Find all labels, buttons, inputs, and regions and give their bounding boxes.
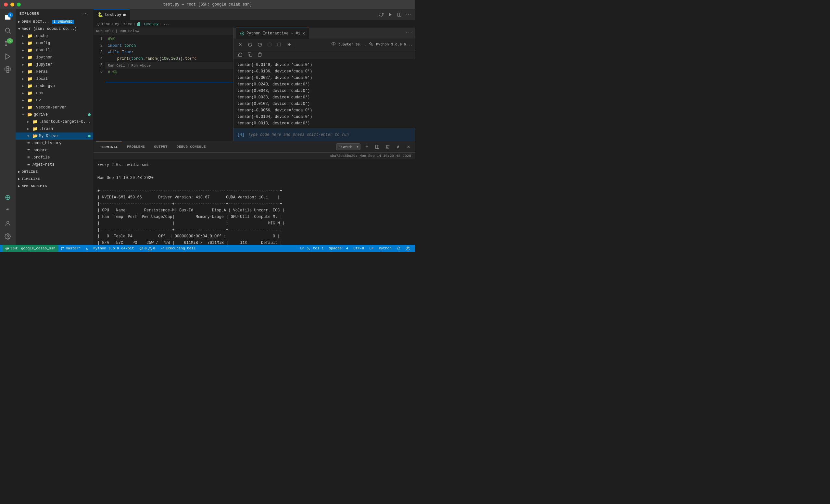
sync-changes-status[interactable]: ↻: [84, 245, 91, 252]
sidebar-item-vscode-server[interactable]: ▶ 📁 .vscode-server: [15, 104, 93, 111]
sidebar-item-local[interactable]: ▶ 📁 .local: [15, 75, 93, 83]
code-lines[interactable]: 1 2 3 4 5 6 #%% import torch while True:…: [94, 35, 233, 141]
timeline-section[interactable]: ▶ TIMELINE: [15, 176, 93, 183]
sidebar-item-wget-hsts[interactable]: ▶ ≡ .wget-hsts: [15, 161, 93, 168]
sidebar-item-keras[interactable]: ▶ 📁 .keras: [15, 68, 93, 75]
sidebar-item-gdrive[interactable]: ▼ 📂 gdrive: [15, 111, 93, 118]
tab-terminal[interactable]: TERMINAL: [96, 141, 122, 153]
run-cell-label[interactable]: Run Cell | Run Below: [96, 29, 139, 33]
ssh-status[interactable]: SSH: google_colab_ssh: [3, 245, 58, 252]
npm-scripts-section[interactable]: ▶ NPM SCRIPTS: [15, 183, 93, 190]
close-panel-icon[interactable]: ✕: [405, 143, 412, 151]
breadcrumb-ellipsis[interactable]: ...: [163, 22, 170, 26]
python-interpreter-status[interactable]: Python 3.6.9 64-bit: [91, 245, 136, 252]
sync-changes-icon[interactable]: [377, 11, 385, 19]
term-line-1: Every 2.0s: nvidia-smi: [97, 162, 411, 168]
maximize-panel-icon[interactable]: ∧: [394, 143, 402, 151]
run-cell-bar-bottom[interactable]: Run Cell | Run Above: [105, 62, 233, 69]
docker-icon[interactable]: [2, 204, 13, 216]
term-line-10: | 0 Tesla P4 Off | 00000000:00:04.0 Off …: [97, 233, 411, 240]
sidebar-more-icon[interactable]: ···: [82, 12, 89, 15]
root-folder[interactable]: ▼ ROOT [SSH: GOOGLE_CO...]: [15, 25, 93, 32]
window-controls[interactable]: [4, 3, 21, 6]
sidebar-item-bashrc[interactable]: ▶ ≡ .bashrc: [15, 147, 93, 154]
errors-warnings-status[interactable]: 0 0: [137, 245, 158, 252]
panel-more-icon[interactable]: ···: [405, 31, 412, 35]
redo-icon[interactable]: [256, 40, 264, 49]
code-content[interactable]: #%% import torch while True: print(torch…: [105, 35, 233, 141]
undo-icon[interactable]: [246, 40, 254, 49]
notification-status[interactable]: [394, 245, 403, 252]
python-interactive-tab[interactable]: Python Interactive - #1 ✕: [236, 28, 309, 39]
git-branch-status[interactable]: master*: [58, 245, 84, 252]
run-cell-bar-top[interactable]: Run Cell | Run Below: [94, 28, 233, 35]
warning-icon: [148, 247, 152, 250]
minimize-button[interactable]: [10, 3, 14, 6]
run-file-icon[interactable]: [386, 11, 394, 19]
sidebar-item-bash-history[interactable]: ▶ ≡ .bash_history: [15, 139, 93, 147]
close-button[interactable]: [4, 3, 8, 6]
maximize-button[interactable]: [17, 3, 21, 6]
account-icon[interactable]: [2, 218, 13, 229]
split-editor-icon[interactable]: [395, 11, 403, 19]
files-icon[interactable]: 1: [2, 12, 13, 23]
copy-cell-icon[interactable]: [246, 50, 254, 59]
split-terminal-icon[interactable]: [374, 143, 381, 151]
spaces-status[interactable]: Spaces: 4: [326, 245, 351, 252]
sidebar-item-shortcut-targets[interactable]: ▶ 📁 .shortcut-targets-b...: [15, 118, 93, 125]
tab-output[interactable]: OUTPUT: [150, 141, 171, 153]
language-status[interactable]: Python: [376, 245, 394, 252]
executing-status[interactable]: Executing Cell: [158, 245, 198, 252]
run-all-cells-icon[interactable]: [285, 40, 293, 49]
sidebar-item-my-drive[interactable]: ▼ 📂 My Drive: [15, 132, 93, 139]
sidebar-item-config[interactable]: ▶ 📁 .config: [15, 40, 93, 47]
kill-terminal-icon[interactable]: [384, 143, 392, 151]
broadcast-status[interactable]: [403, 245, 412, 252]
sidebar-item-trash[interactable]: ▶ 📁 .Trash: [15, 125, 93, 132]
interrupt-kernel-icon[interactable]: [275, 40, 284, 49]
sidebar-item-jupyter[interactable]: ▶ 📁 .jupyter: [15, 61, 93, 68]
open-editors-badge: 1 UNSAVED: [52, 20, 74, 24]
clear-output-icon[interactable]: [236, 40, 245, 49]
panel-close-icon[interactable]: ✕: [302, 31, 305, 36]
tab-debug-console[interactable]: DEBUG CONSOLE: [173, 141, 210, 153]
tab-test-py[interactable]: 🐍 test.py: [94, 9, 130, 21]
search-icon[interactable]: [2, 25, 13, 36]
breadcrumb-file[interactable]: test.py: [137, 22, 159, 26]
sidebar-item-ipython[interactable]: ▶ 📁 .ipython: [15, 54, 93, 61]
terminal-tab-label: TERMINAL: [100, 145, 118, 149]
encoding-status[interactable]: UTF-8: [351, 245, 366, 252]
restart-kernel-icon[interactable]: [265, 40, 274, 49]
sidebar-item-npm[interactable]: ▶ 📁 .npm: [15, 90, 93, 97]
breadcrumb-gdrive[interactable]: gdrive: [97, 22, 110, 26]
sidebar-item-profile[interactable]: ▶ ≡ .profile: [15, 154, 93, 161]
terminal-select[interactable]: 1: watch: [336, 143, 360, 150]
more-actions-icon[interactable]: ···: [405, 11, 412, 19]
source-control-icon[interactable]: 77: [2, 38, 13, 50]
code-editor[interactable]: Run Cell | Run Below 1 2 3 4 5 6: [94, 28, 233, 141]
add-terminal-icon[interactable]: +: [363, 143, 371, 151]
remote-icon[interactable]: [2, 192, 13, 203]
paste-cell-icon[interactable]: [256, 50, 264, 59]
toggle-variable-icon[interactable]: [236, 50, 245, 59]
tab-problems[interactable]: PROBLEMS: [123, 141, 149, 153]
terminal-content[interactable]: Every 2.0s: nvidia-smi Mon Sep 14 10:29:…: [94, 159, 415, 245]
sidebar-item-gsutil[interactable]: ▶ 📁 .gsutil: [15, 47, 93, 54]
extensions-icon[interactable]: [2, 64, 13, 75]
run-icon[interactable]: [2, 51, 13, 62]
open-editors-section[interactable]: ▶ OPEN EDIT... 1 UNSAVED: [15, 18, 93, 25]
line-ending-status[interactable]: LF: [366, 245, 376, 252]
jupyter-server-label[interactable]: Jupyter Se...: [338, 42, 366, 46]
sidebar-item-node-gyp[interactable]: ▶ 📁 .node-gyp: [15, 83, 93, 90]
sidebar-item-nv[interactable]: ▶ 📁 .nv: [15, 97, 93, 104]
sidebar-item-cache[interactable]: ▶ 📁 .cache: [15, 32, 93, 40]
breadcrumb-my-drive[interactable]: My Drive: [115, 22, 132, 26]
python-version-label[interactable]: Python 3.6.9 6...: [376, 42, 412, 46]
cursor-position-status[interactable]: Ln 5, Col 1: [297, 245, 326, 252]
connect-icon[interactable]: 🔌: [369, 42, 374, 46]
interactive-input[interactable]: [4] Type code here and press shift-enter…: [233, 128, 415, 141]
run-cell-above-label[interactable]: Run Cell | Run Above: [108, 64, 151, 67]
outline-section[interactable]: ▶ OUTLINE: [15, 168, 93, 176]
settings-icon[interactable]: [2, 230, 13, 242]
variable-explorer-icon[interactable]: [331, 41, 336, 47]
